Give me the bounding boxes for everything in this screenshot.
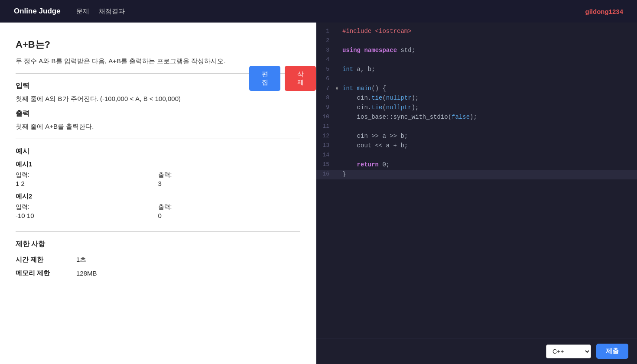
line-arrow-10	[335, 113, 342, 114]
line-code-8: cin.tie(nullptr);	[342, 94, 637, 101]
code-line-15: 15 return 0;	[316, 160, 637, 170]
example1-input-col: 입력: 1 2	[16, 171, 158, 192]
line-number-15: 15	[316, 160, 335, 168]
code-line-5: 5 int a, b;	[316, 65, 637, 75]
constraint-time-key: 시간 제한	[16, 256, 76, 264]
code-line-8: 8 cin.tie(nullptr);	[316, 94, 637, 103]
line-arrow-4	[335, 55, 342, 56]
nav-problems[interactable]: 문제	[76, 7, 89, 15]
example1-output-col: 출력: 3	[158, 171, 301, 192]
line-arrow-14	[335, 151, 342, 152]
input-section-text: 첫째 줄에 A와 B가 주어진다. (-100,000 < A, B < 100…	[16, 95, 300, 103]
line-code-14	[342, 151, 637, 159]
constraint-memory: 메모리 제한 128MB	[16, 266, 300, 280]
code-line-2: 2	[316, 36, 637, 46]
problem-panel: 편집 삭제 A+B는? 두 정수 A와 B를 입력받은 다음, A+B를 출력하…	[0, 23, 316, 364]
code-line-3: 3 using namespace std;	[316, 46, 637, 55]
line-arrow-9	[335, 103, 342, 104]
line-code-4	[342, 55, 637, 63]
line-arrow-1	[335, 27, 342, 28]
constraint-time-value: 1초	[76, 256, 86, 264]
delete-button[interactable]: 삭제	[285, 66, 316, 91]
example2-io: 입력: -10 10 출력: 0	[16, 203, 300, 224]
example1-output-value: 3	[158, 180, 301, 187]
submit-button[interactable]: 제출	[596, 344, 628, 359]
code-editor-panel: 1 #include <iostream>2 3 using namespace…	[316, 23, 637, 364]
line-code-13: cout << a + b;	[342, 141, 637, 149]
line-arrow-5	[335, 65, 342, 66]
constraint-time: 시간 제한 1초	[16, 253, 300, 266]
example1-input-value: 1 2	[16, 180, 158, 187]
example2-label: 예시2	[16, 192, 300, 201]
line-arrow-2	[335, 36, 342, 37]
code-line-4: 4	[316, 55, 637, 65]
main-layout: 편집 삭제 A+B는? 두 정수 A와 B를 입력받은 다음, A+B를 출력하…	[0, 23, 637, 364]
edit-button[interactable]: 편집	[249, 66, 280, 91]
problem-title: A+B는?	[16, 38, 300, 51]
line-code-9: cin.tie(nullptr);	[342, 103, 637, 111]
example1-input-label: 입력:	[16, 171, 158, 179]
output-section-text: 첫째 줄에 A+B를 출력한다.	[16, 123, 300, 131]
examples-section: 예시 예시1 입력: 1 2 출력: 3 예시2 입력: -10 10	[16, 147, 300, 224]
code-line-6: 6	[316, 75, 637, 84]
constraint-memory-key: 메모리 제한	[16, 269, 76, 277]
line-arrow-6	[335, 75, 342, 75]
line-number-12: 12	[316, 132, 335, 139]
line-arrow-3	[335, 46, 342, 47]
example2-output-col: 출력: 0	[158, 203, 301, 224]
line-number-8: 8	[316, 94, 335, 101]
line-arrow-8	[335, 94, 342, 94]
example1-io: 입력: 1 2 출력: 3	[16, 171, 300, 192]
line-code-15: return 0;	[342, 160, 637, 168]
constraints-section: 제한 사항 시간 제한 1초 메모리 제한 128MB	[16, 240, 300, 280]
line-code-1: #include <iostream>	[342, 27, 637, 35]
nav-results[interactable]: 채점결과	[99, 7, 125, 15]
problem-actions: 편집 삭제	[249, 66, 316, 91]
line-arrow-12	[335, 132, 342, 133]
code-line-16: 16 }	[316, 170, 637, 179]
example2-output-label: 출력:	[158, 203, 301, 211]
example2-input-col: 입력: -10 10	[16, 203, 158, 224]
line-code-7: int main() {	[342, 84, 637, 92]
line-arrow-13	[335, 141, 342, 142]
code-line-9: 9 cin.tie(nullptr);	[316, 103, 637, 113]
line-code-5: int a, b;	[342, 65, 637, 73]
main-nav: 문제 채점결과	[76, 7, 133, 16]
header: Online Judge 문제 채점결과 gildong1234	[0, 0, 637, 23]
line-arrow-16	[335, 170, 342, 171]
constraints-title: 제한 사항	[16, 240, 300, 249]
code-line-7: 7∨int main() {	[316, 84, 637, 94]
line-arrow-15	[335, 160, 342, 161]
code-line-14: 14	[316, 151, 637, 160]
line-number-2: 2	[316, 36, 335, 44]
line-code-12: cin >> a >> b;	[342, 132, 637, 140]
example1-label: 예시1	[16, 160, 300, 169]
problem-description: 두 정수 A와 B를 입력받은 다음, A+B를 출력하는 프로그램을 작성하시…	[16, 57, 300, 65]
line-number-1: 1	[316, 27, 335, 34]
line-arrow-7: ∨	[335, 84, 342, 91]
line-code-6	[342, 75, 637, 82]
line-number-11: 11	[316, 122, 335, 130]
line-code-10: ios_base::sync_with_stdio(false);	[342, 113, 637, 120]
code-editor[interactable]: 1 #include <iostream>2 3 using namespace…	[316, 23, 637, 338]
logo: Online Judge	[14, 7, 61, 16]
code-line-13: 13 cout << a + b;	[316, 141, 637, 151]
line-code-16: }	[342, 170, 637, 178]
line-code-2	[342, 36, 637, 44]
example2-input-value: -10 10	[16, 212, 158, 219]
language-select[interactable]: C++ C Java Python	[546, 344, 591, 358]
divider-3	[16, 231, 300, 232]
editor-bottom: C++ C Java Python 제출	[316, 338, 637, 364]
line-number-3: 3	[316, 46, 335, 53]
output-section-title: 출력	[16, 109, 300, 118]
example1-output-label: 출력:	[158, 171, 301, 179]
line-number-16: 16	[316, 170, 335, 177]
line-code-11	[342, 122, 637, 130]
line-number-4: 4	[316, 55, 335, 63]
constraint-memory-value: 128MB	[76, 270, 97, 277]
example2-output-value: 0	[158, 212, 301, 219]
examples-title: 예시	[16, 147, 300, 156]
divider-2	[16, 139, 300, 139]
line-number-9: 9	[316, 103, 335, 110]
line-number-7: 7	[316, 84, 335, 91]
